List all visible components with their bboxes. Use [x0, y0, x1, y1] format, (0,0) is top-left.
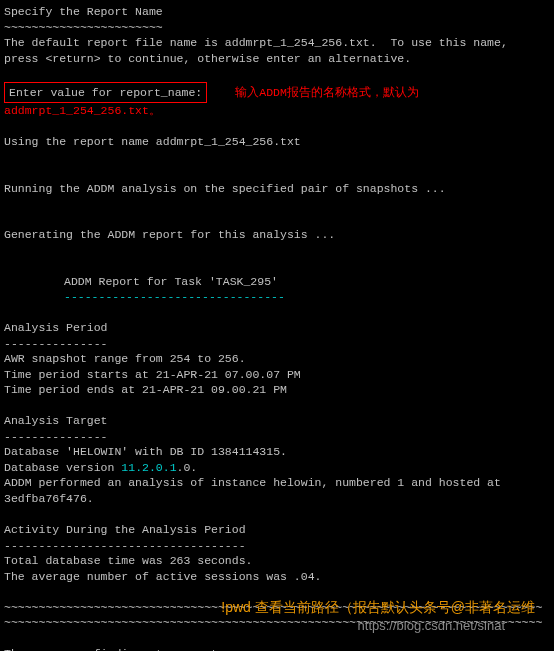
awr-range-line: AWR snapshot range from 254 to 256. — [4, 351, 550, 367]
analysis-period-dash: --------------- — [4, 336, 550, 352]
analysis-target-header: Analysis Target — [4, 413, 550, 429]
addm-instance-line: ADDM performed an analysis of instance h… — [4, 475, 550, 491]
default-name-line: The default report file name is addmrpt_… — [4, 35, 550, 51]
prompt-row: Enter value for report_name:输入ADDM报告的名称格… — [4, 82, 550, 119]
addm-report-header: ADDM Report for Task 'TASK_295' — [64, 274, 550, 290]
addm-host-line: 3edfba76f476. — [4, 491, 550, 507]
running-analysis-line: Running the ADDM analysis on the specifi… — [4, 181, 550, 197]
watermark-annotation: !pwd 查看当前路径（报告默认头条号@非著名运维 — [221, 598, 535, 617]
using-report-name: Using the report name addmrpt_1_254_256.… — [4, 134, 550, 150]
avg-sessions-line: The average number of active sessions wa… — [4, 569, 550, 585]
activity-period-header: Activity During the Analysis Period — [4, 522, 550, 538]
version-number: 11.2.0.1 — [121, 461, 176, 474]
database-id-line: Database 'HELOWIN' with DB ID 1384114315… — [4, 444, 550, 460]
time-end-line: Time period ends at 21-APR-21 09.00.21 P… — [4, 382, 550, 398]
heading-dashes: ~~~~~~~~~~~~~~~~~~~~~~~ — [4, 20, 550, 36]
database-version-line: Database version 11.2.0.1.0. — [4, 460, 550, 476]
analysis-target-dash: --------------- — [4, 429, 550, 445]
watermark-url: https://blog.csdn.net/sinat — [358, 617, 505, 635]
activity-period-dash: ----------------------------------- — [4, 538, 550, 554]
total-db-time-line: Total database time was 263 seconds. — [4, 553, 550, 569]
addm-report-header-dash: -------------------------------- — [64, 289, 550, 305]
no-findings-line: There are no findings to report. — [4, 646, 550, 651]
time-start-line: Time period starts at 21-APR-21 07.00.07… — [4, 367, 550, 383]
press-return-line: press <return> to continue, otherwise en… — [4, 51, 550, 67]
generating-report-line: Generating the ADDM report for this anal… — [4, 227, 550, 243]
analysis-period-header: Analysis Period — [4, 320, 550, 336]
report-name-prompt[interactable]: Enter value for report_name: — [4, 82, 207, 104]
heading-line: Specify the Report Name — [4, 4, 550, 20]
